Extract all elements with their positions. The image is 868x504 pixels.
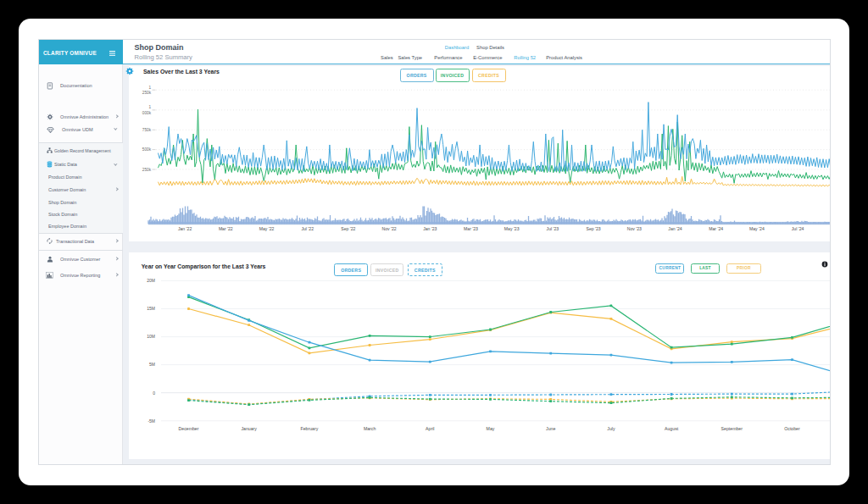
svg-text:Nov '23: Nov '23 [626,226,641,231]
svg-text:500k: 500k [142,147,151,152]
svg-text:February: February [300,425,318,430]
svg-text:Jan '22: Jan '22 [177,226,191,231]
svg-text:1: 1 [148,105,151,109]
svg-text:April: April [426,425,434,430]
svg-text:August: August [665,425,679,430]
svg-text:May '22: May '22 [259,226,274,231]
svg-text:June: June [546,425,555,430]
svg-text:Mar '24: Mar '24 [709,226,723,231]
svg-text:Jan '23: Jan '23 [423,226,437,231]
svg-text:Jul '24: Jul '24 [791,226,804,231]
svg-text:May: May [486,425,494,430]
svg-text:December: December [178,425,198,430]
svg-text:Sep '23: Sep '23 [586,226,600,231]
svg-text:10M: 10M [147,334,155,339]
svg-text:March: March [363,425,376,430]
svg-text:October: October [784,425,800,430]
svg-text:January: January [241,425,257,430]
svg-text:Sep '22: Sep '22 [341,226,355,231]
svg-text:1: 1 [148,86,151,90]
svg-text:Mar '22: Mar '22 [218,226,232,231]
svg-text:750k: 750k [142,128,151,132]
svg-text:May '23: May '23 [504,226,519,231]
svg-text:0: 0 [153,390,155,395]
svg-text:15M: 15M [147,306,155,311]
svg-text:September: September [721,425,743,430]
svg-text:250k: 250k [142,168,151,172]
svg-text:Nov '22: Nov '22 [381,226,396,231]
svg-text:May '24: May '24 [749,226,765,231]
svg-text:250k: 250k [142,91,151,95]
svg-text:Jan '24: Jan '24 [668,226,682,231]
svg-text:000k: 000k [142,111,151,115]
svg-text:20M: 20M [147,278,155,283]
svg-text:July: July [607,425,615,430]
svg-text:Mar '23: Mar '23 [464,226,478,231]
svg-text:Jul '22: Jul '22 [301,226,314,231]
svg-text:5M: 5M [149,362,155,367]
svg-text:Jul '23: Jul '23 [546,226,559,231]
svg-text:-5M: -5M [147,418,155,423]
